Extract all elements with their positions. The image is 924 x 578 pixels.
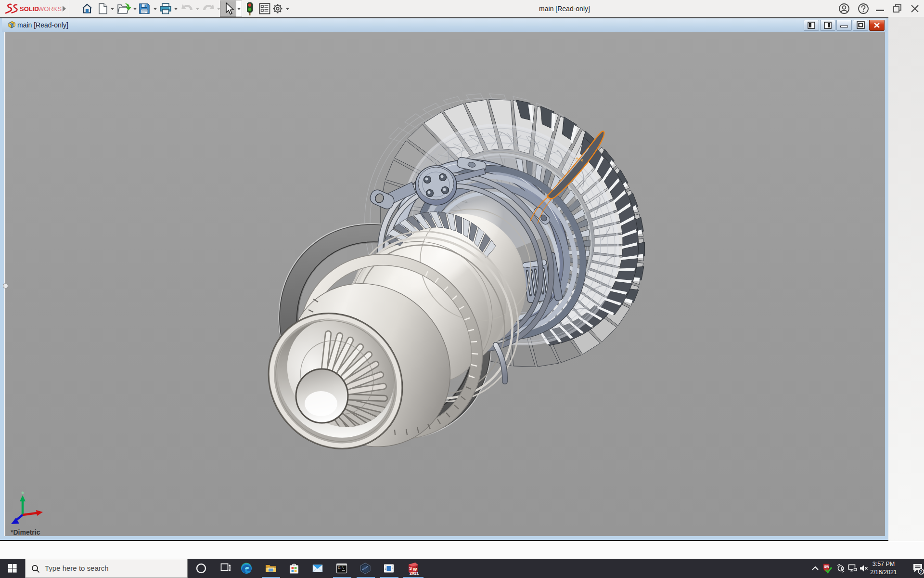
svg-text:C:\: C:\ <box>338 566 344 570</box>
svg-text:*Dimetric: *Dimetric <box>11 528 40 536</box>
svg-text:2021: 2021 <box>410 571 419 576</box>
svg-text:SOLID: SOLID <box>20 5 39 13</box>
svg-text:S: S <box>409 566 412 571</box>
svg-text:2: 2 <box>920 569 922 574</box>
svg-text:WORKS: WORKS <box>38 5 62 13</box>
svg-text:SW: SW <box>824 565 830 568</box>
